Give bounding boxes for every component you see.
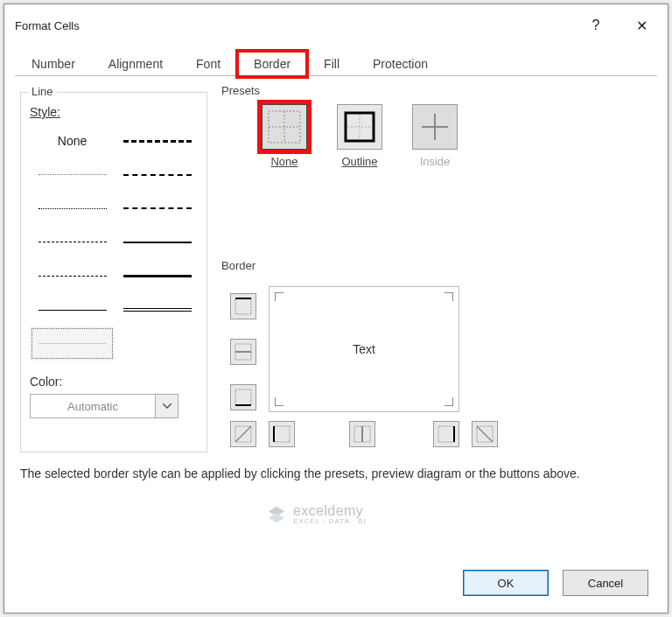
tab-protection[interactable]: Protection bbox=[356, 51, 444, 76]
presets-legend: Presets bbox=[218, 84, 263, 97]
ok-button[interactable]: OK bbox=[463, 570, 549, 596]
border-left-icon bbox=[272, 424, 291, 444]
line-groupbox: Line Style: None Color: Automatic bbox=[20, 92, 207, 452]
border-bottom-button[interactable] bbox=[230, 384, 256, 410]
chevron-down-icon bbox=[163, 403, 172, 409]
border-left-button[interactable] bbox=[269, 421, 295, 447]
presets-row: None Outline bbox=[262, 104, 458, 168]
tab-border[interactable]: Border bbox=[237, 51, 307, 77]
help-text: The selected border style can be applied… bbox=[20, 465, 652, 483]
border-right-icon bbox=[437, 424, 456, 444]
style-long-dash[interactable] bbox=[30, 259, 115, 293]
style-grid: None bbox=[30, 124, 200, 361]
style-thick-dash[interactable] bbox=[115, 124, 200, 158]
svg-rect-16 bbox=[274, 426, 290, 442]
color-dropdown-button[interactable] bbox=[156, 394, 178, 418]
style-none[interactable]: None bbox=[30, 124, 115, 158]
border-preview[interactable]: Text bbox=[269, 286, 459, 412]
svg-line-23 bbox=[477, 426, 493, 442]
style-spare[interactable] bbox=[115, 326, 200, 361]
preset-inside-label: Inside bbox=[420, 155, 451, 168]
dialog-footer: OK Cancel bbox=[4, 564, 668, 613]
presets-group: Presets None bbox=[218, 92, 507, 267]
preset-outline-button[interactable] bbox=[337, 104, 382, 150]
style-medium[interactable] bbox=[115, 226, 200, 260]
help-button[interactable]: ? bbox=[573, 6, 619, 45]
style-hair[interactable] bbox=[30, 326, 115, 361]
style-dash-dot[interactable] bbox=[115, 192, 200, 226]
close-button[interactable]: ✕ bbox=[619, 6, 664, 45]
line-legend: Line bbox=[28, 85, 57, 98]
preview-text: Text bbox=[353, 342, 375, 356]
format-cells-dialog: Format Cells ? ✕ Number Alignment Font B… bbox=[4, 4, 668, 613]
preview-corner-tr bbox=[444, 292, 453, 301]
border-right-button[interactable] bbox=[433, 421, 459, 447]
tabstrip: Number Alignment Font Border Fill Protec… bbox=[4, 46, 668, 76]
border-bottom-icon bbox=[234, 388, 253, 407]
watermark-logo-icon bbox=[267, 505, 286, 524]
border-middle-v-button[interactable] bbox=[349, 421, 375, 447]
preview-corner-tl bbox=[275, 292, 284, 301]
border-middle-h-button[interactable] bbox=[230, 339, 256, 365]
border-group: Border Text bbox=[218, 267, 550, 452]
preview-corner-bl bbox=[275, 397, 284, 406]
border-legend: Border bbox=[218, 259, 259, 272]
tab-font[interactable]: Font bbox=[179, 51, 237, 76]
style-short-dash[interactable] bbox=[30, 226, 115, 260]
watermark-tag: EXCEL · DATA · BI bbox=[293, 518, 367, 525]
tab-alignment[interactable]: Alignment bbox=[92, 51, 179, 76]
style-thin[interactable] bbox=[30, 293, 115, 327]
svg-rect-8 bbox=[235, 298, 251, 314]
preset-inside-wrap: Inside bbox=[412, 104, 458, 168]
dialog-body: Line Style: None Color: Automatic bbox=[4, 76, 668, 564]
border-top-button[interactable] bbox=[230, 293, 256, 319]
dialog-title: Format Cells bbox=[15, 19, 573, 32]
border-diag-down-button[interactable] bbox=[472, 421, 498, 447]
border-mid-v-icon bbox=[353, 424, 372, 444]
border-diag-up-button[interactable] bbox=[230, 421, 256, 447]
color-label: Color: bbox=[30, 375, 62, 389]
watermark: exceldemy EXCEL · DATA · BI bbox=[267, 504, 367, 525]
style-fine-dot[interactable] bbox=[30, 158, 115, 193]
watermark-name: exceldemy bbox=[293, 504, 367, 518]
style-dash-dot-dot[interactable] bbox=[115, 158, 200, 193]
color-value: Automatic bbox=[30, 394, 156, 418]
preview-corner-br bbox=[444, 397, 453, 406]
style-dot[interactable] bbox=[30, 192, 115, 226]
close-icon: ✕ bbox=[636, 18, 648, 34]
border-diag-down-icon bbox=[475, 424, 494, 444]
preset-none-label: None bbox=[270, 155, 298, 168]
svg-line-15 bbox=[235, 426, 251, 442]
preset-outline-label: Outline bbox=[341, 155, 377, 168]
color-dropdown[interactable]: Automatic bbox=[30, 394, 178, 418]
preset-outline-icon bbox=[343, 110, 376, 144]
help-icon: ? bbox=[592, 18, 600, 33]
tab-fill[interactable]: Fill bbox=[307, 51, 356, 76]
preset-outline-wrap: Outline bbox=[337, 104, 382, 168]
border-diag-up-icon bbox=[234, 424, 253, 444]
style-label-text: Style: bbox=[30, 105, 60, 119]
svg-rect-20 bbox=[438, 426, 454, 442]
style-double[interactable] bbox=[115, 293, 200, 327]
preset-inside-icon bbox=[418, 110, 452, 144]
titlebar: Format Cells ? ✕ bbox=[4, 4, 668, 46]
style-thick[interactable] bbox=[115, 259, 200, 293]
preset-none-wrap: None bbox=[262, 104, 307, 168]
border-top-icon bbox=[234, 297, 253, 316]
tab-number[interactable]: Number bbox=[15, 51, 92, 76]
style-none-label: None bbox=[58, 134, 87, 148]
preset-inside-button[interactable] bbox=[412, 104, 458, 150]
cancel-button[interactable]: Cancel bbox=[563, 570, 648, 596]
border-mid-h-icon bbox=[234, 342, 253, 361]
style-label: Style: bbox=[30, 105, 60, 119]
preset-none-icon bbox=[268, 110, 301, 144]
svg-rect-12 bbox=[235, 389, 251, 405]
preset-none-button[interactable] bbox=[262, 104, 307, 150]
